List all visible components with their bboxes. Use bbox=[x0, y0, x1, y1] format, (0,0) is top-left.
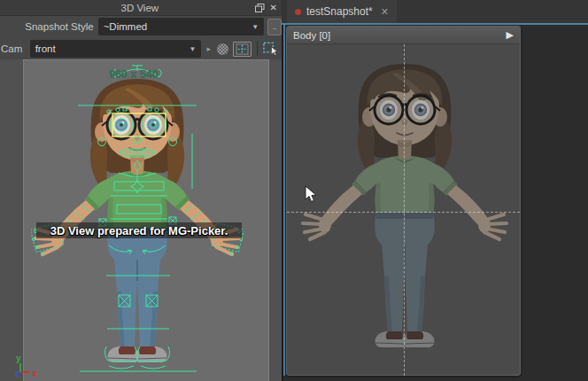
axis-z-label: z bbox=[15, 369, 19, 378]
picker-canvas[interactable] bbox=[287, 44, 520, 376]
picker-panel-header[interactable]: Body [0] ▶ bbox=[287, 27, 520, 44]
snapshot-style-row: Snapshot Style ~Dimmed ▼ .. bbox=[0, 16, 282, 37]
toolbar-separator bbox=[257, 42, 258, 56]
tab-bar: testSnapshot* ✕ bbox=[282, 0, 588, 23]
rig-controls-overlay[interactable] bbox=[31, 63, 244, 375]
snapshot-style-dropdown[interactable]: ~Dimmed ▼ bbox=[98, 18, 264, 35]
chevron-down-icon: ▼ bbox=[190, 45, 197, 53]
viewport-message: 3D View prepared for MG-Picker. bbox=[36, 222, 242, 238]
chevron-down-icon: ▼ bbox=[251, 23, 259, 31]
axis-gizmo: y z x bbox=[11, 352, 50, 380]
restore-window-icon[interactable] bbox=[255, 0, 265, 16]
expand-arrow-icon[interactable]: ▸ bbox=[206, 44, 211, 53]
mouse-cursor-icon bbox=[305, 185, 319, 205]
picker-panel-body: Body [0] ▶ bbox=[286, 26, 521, 376]
character-snapshot[interactable] bbox=[298, 48, 511, 360]
axis-x-label: x bbox=[32, 369, 37, 378]
vertical-guide-line bbox=[404, 44, 405, 376]
marquee-select-icon[interactable] bbox=[263, 42, 280, 56]
snapshot-style-value: ~Dimmed bbox=[104, 21, 246, 32]
snapshot-style-more-button[interactable]: .. bbox=[267, 19, 282, 35]
cam-row: Cam front ▼ ▸ bbox=[0, 38, 282, 59]
cam-label: Cam bbox=[0, 43, 26, 54]
3d-viewport[interactable]: 960 x 540 3D View prepared for MG-Picker… bbox=[0, 59, 282, 381]
panel-title: 3D View bbox=[0, 3, 255, 13]
resolution-gate-label: 960 x 540 bbox=[0, 68, 267, 81]
horizontal-guide-line bbox=[287, 212, 520, 213]
focus-border-top bbox=[282, 23, 588, 25]
focus-border-left bbox=[283, 24, 285, 376]
axis-y-label: y bbox=[16, 354, 21, 363]
cam-dropdown[interactable]: front ▼ bbox=[30, 40, 202, 58]
tab-label: testSnapshot* bbox=[306, 5, 373, 18]
snapshot-style-label: Snapshot Style bbox=[0, 21, 94, 32]
3d-view-panel: 3D View ✕ Snapshot Style ~Dimmed ▼ .. Ca… bbox=[0, 0, 282, 381]
checker-shading-icon[interactable] bbox=[216, 43, 229, 56]
snapshot-pane: testSnapshot* ✕ Body [0] ▶ bbox=[282, 0, 588, 381]
play-arrow-icon[interactable]: ▶ bbox=[507, 29, 514, 41]
panel-titlebar[interactable]: 3D View ✕ bbox=[0, 0, 282, 16]
app-root: 3D View ✕ Snapshot Style ~Dimmed ▼ .. Ca… bbox=[0, 0, 588, 381]
picker-panel-title: Body [0] bbox=[293, 30, 330, 41]
resolution-gate-icon[interactable] bbox=[233, 42, 251, 57]
tab-testsnapshot[interactable]: testSnapshot* ✕ bbox=[287, 0, 397, 23]
tab-close-icon[interactable]: ✕ bbox=[381, 6, 389, 18]
close-panel-icon[interactable]: ✕ bbox=[270, 4, 277, 12]
cam-value: front bbox=[35, 43, 184, 54]
modified-dot-icon bbox=[295, 9, 301, 15]
